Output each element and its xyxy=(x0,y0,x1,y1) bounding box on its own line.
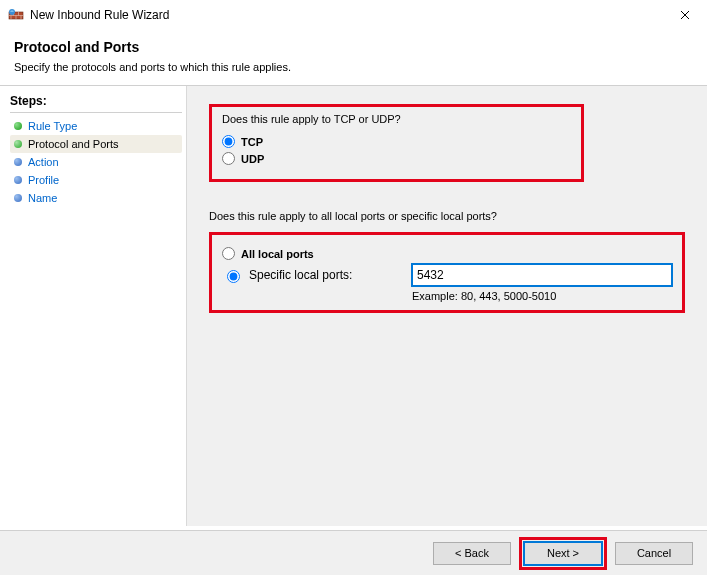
window-title: New Inbound Rule Wizard xyxy=(30,8,169,22)
step-action[interactable]: Action xyxy=(10,153,182,171)
ports-section: Does this rule apply to all local ports … xyxy=(209,210,685,313)
page-subtitle: Specify the protocols and ports to which… xyxy=(14,61,693,73)
step-profile[interactable]: Profile xyxy=(10,171,182,189)
step-label: Action xyxy=(28,156,59,168)
wizard-content: Does this rule apply to TCP or UDP? TCP … xyxy=(186,86,707,526)
step-bullet-icon xyxy=(14,140,22,148)
main-area: Steps: Rule Type Protocol and Ports Acti… xyxy=(0,86,707,526)
ports-group-highlight: All local ports Specific local ports: Ex… xyxy=(209,232,685,313)
titlebar: New Inbound Rule Wizard xyxy=(0,0,707,29)
radio-specific-ports[interactable] xyxy=(227,270,240,283)
steps-title: Steps: xyxy=(10,94,182,113)
ports-question: Does this rule apply to all local ports … xyxy=(209,210,685,222)
radio-row-all-ports: All local ports xyxy=(222,247,672,260)
radio-tcp-label[interactable]: TCP xyxy=(241,136,263,148)
protocol-question: Does this rule apply to TCP or UDP? xyxy=(222,113,401,125)
ports-example-label: Example: 80, 443, 5000-5010 xyxy=(412,290,672,302)
page-heading: Protocol and Ports xyxy=(14,39,693,55)
radio-all-ports-label[interactable]: All local ports xyxy=(241,248,314,260)
next-button[interactable]: Next > xyxy=(524,542,602,565)
step-label: Name xyxy=(28,192,57,204)
radio-row-specific-ports: Specific local ports: xyxy=(222,264,672,286)
steps-sidebar: Steps: Rule Type Protocol and Ports Acti… xyxy=(0,86,186,526)
radio-tcp[interactable] xyxy=(222,135,235,148)
step-bullet-icon xyxy=(14,122,22,130)
step-bullet-icon xyxy=(14,176,22,184)
radio-row-udp: UDP xyxy=(222,152,401,165)
firewall-icon xyxy=(8,7,24,23)
close-button[interactable] xyxy=(662,0,707,29)
wizard-header: Protocol and Ports Specify the protocols… xyxy=(0,29,707,81)
back-button[interactable]: < Back xyxy=(433,542,511,565)
radio-udp[interactable] xyxy=(222,152,235,165)
radio-row-tcp: TCP xyxy=(222,135,401,148)
next-button-highlight: Next > xyxy=(519,537,607,570)
step-rule-type[interactable]: Rule Type xyxy=(10,117,182,135)
step-protocol-ports[interactable]: Protocol and Ports xyxy=(10,135,182,153)
radio-udp-label[interactable]: UDP xyxy=(241,153,264,165)
radio-all-ports[interactable] xyxy=(222,247,235,260)
step-name[interactable]: Name xyxy=(10,189,182,207)
step-bullet-icon xyxy=(14,194,22,202)
step-label: Rule Type xyxy=(28,120,77,132)
protocol-group-highlight: Does this rule apply to TCP or UDP? TCP … xyxy=(209,104,584,182)
step-label: Protocol and Ports xyxy=(28,138,119,150)
specific-ports-input[interactable] xyxy=(412,264,672,286)
wizard-button-bar: < Back Next > Cancel xyxy=(0,530,707,575)
step-bullet-icon xyxy=(14,158,22,166)
cancel-button[interactable]: Cancel xyxy=(615,542,693,565)
radio-specific-ports-label[interactable]: Specific local ports: xyxy=(249,268,404,282)
step-label: Profile xyxy=(28,174,59,186)
